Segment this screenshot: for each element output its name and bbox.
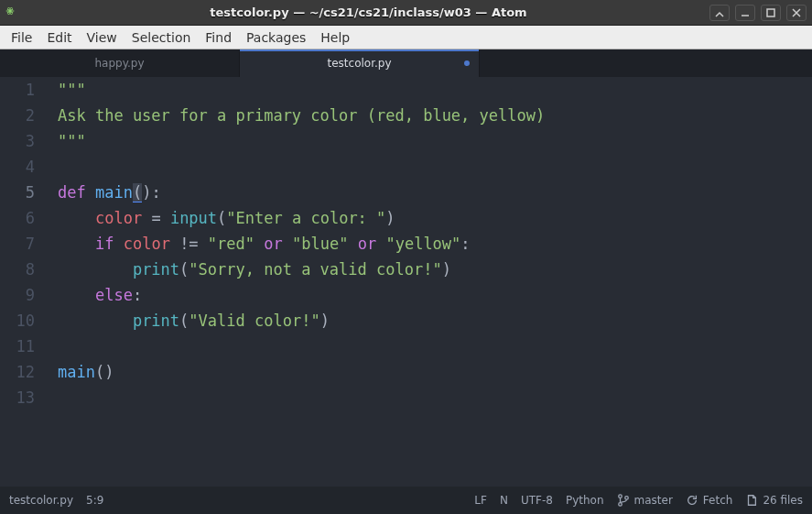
- git-branch-icon: [617, 494, 630, 507]
- token: !=: [179, 235, 198, 253]
- token: else: [95, 286, 133, 304]
- code-area[interactable]: """Ask the user for a primary color (red…: [44, 77, 812, 487]
- token: [58, 235, 95, 253]
- token: [58, 312, 133, 330]
- svg-point-7: [624, 497, 628, 500]
- token: :: [133, 286, 142, 304]
- status-line-ending[interactable]: LF: [474, 494, 487, 507]
- line-number[interactable]: 12: [0, 359, 35, 385]
- menu-item-help[interactable]: Help: [313, 27, 357, 48]
- code-line[interactable]: print("Sorry, not a valid color!"): [58, 257, 812, 282]
- tab-happy-py[interactable]: happy.py: [0, 49, 240, 77]
- token: (: [133, 183, 142, 202]
- line-number[interactable]: 8: [0, 257, 35, 282]
- menu-bar: FileEditViewSelectionFindPackagesHelp: [0, 26, 812, 49]
- window-minimize2-button[interactable]: [735, 5, 755, 21]
- token: "red": [208, 235, 254, 253]
- token: (: [217, 209, 226, 227]
- token: print: [133, 260, 179, 279]
- code-line[interactable]: def main():: [58, 180, 812, 205]
- code-line[interactable]: """: [58, 128, 812, 154]
- code-line[interactable]: print("Valid color!"): [58, 308, 812, 334]
- tab-testcolor-py[interactable]: testcolor.py: [240, 49, 480, 77]
- status-branch-label: master: [634, 494, 673, 507]
- line-number[interactable]: 10: [0, 308, 35, 334]
- line-number[interactable]: 6: [0, 205, 35, 231]
- tab-label: testcolor.py: [327, 57, 391, 70]
- line-number[interactable]: 3: [0, 128, 35, 154]
- menu-item-packages[interactable]: Packages: [239, 27, 313, 48]
- token: ): [442, 260, 451, 279]
- token: [283, 235, 292, 253]
- line-number[interactable]: 4: [0, 154, 35, 180]
- token: def: [58, 183, 95, 202]
- line-number[interactable]: 11: [0, 334, 35, 359]
- token: "Sorry, not a valid color!": [189, 260, 441, 279]
- menu-item-find[interactable]: Find: [198, 27, 239, 48]
- token: Ask the user for a primary color (red, b…: [58, 106, 545, 125]
- token: [254, 235, 264, 253]
- token: (): [95, 363, 114, 381]
- line-number[interactable]: 7: [0, 231, 35, 257]
- status-files-label: 26 files: [763, 494, 803, 507]
- token: print: [133, 312, 179, 330]
- sync-icon: [686, 494, 698, 507]
- token: [142, 209, 151, 227]
- token: color: [124, 235, 170, 253]
- token: [348, 235, 357, 253]
- file-icon: [745, 494, 758, 507]
- status-cursor-pos[interactable]: 5:9: [86, 494, 103, 507]
- code-line[interactable]: [58, 154, 812, 180]
- svg-point-5: [618, 495, 622, 498]
- window-close-button[interactable]: [786, 5, 807, 21]
- code-line[interactable]: [58, 385, 812, 410]
- window-maximize-button[interactable]: [761, 5, 781, 21]
- token: [376, 235, 385, 253]
- line-number[interactable]: 9: [0, 282, 35, 308]
- code-line[interactable]: color = input("Enter a color: "): [58, 205, 812, 231]
- token: [114, 235, 123, 253]
- token: """: [58, 132, 86, 150]
- window-titlebar: testcolor.py — ~/cs21/cs21/inclass/w03 —…: [0, 0, 812, 26]
- token: [58, 260, 133, 279]
- code-line[interactable]: if color != "red" or "blue" or "yellow":: [58, 231, 812, 257]
- token: ): [385, 209, 395, 227]
- code-line[interactable]: [58, 334, 812, 359]
- token: "yellow": [385, 235, 460, 253]
- token: color: [95, 209, 142, 227]
- status-encoding[interactable]: UTF-8: [521, 494, 553, 507]
- menu-item-selection[interactable]: Selection: [125, 27, 199, 48]
- token: "Enter a color: ": [226, 209, 385, 227]
- token: :: [151, 183, 160, 202]
- status-language[interactable]: Python: [566, 494, 604, 507]
- status-git-fetch[interactable]: Fetch: [686, 494, 733, 507]
- menu-item-file[interactable]: File: [4, 27, 39, 48]
- line-number[interactable]: 5: [0, 180, 35, 205]
- status-git-files[interactable]: 26 files: [745, 494, 803, 507]
- code-line[interactable]: """: [58, 77, 812, 103]
- token: """: [58, 81, 86, 99]
- line-number[interactable]: 1: [0, 77, 35, 103]
- window-minimize-button[interactable]: [709, 5, 730, 21]
- token: [58, 286, 95, 304]
- token: "blue": [292, 235, 348, 253]
- atom-app-icon: [5, 5, 22, 21]
- editor[interactable]: 12345678910111213 """Ask the user for a …: [0, 77, 812, 487]
- menu-item-edit[interactable]: Edit: [39, 27, 79, 48]
- token: main: [95, 183, 133, 202]
- token: or: [264, 235, 282, 253]
- code-line[interactable]: else:: [58, 282, 812, 308]
- status-git-branch[interactable]: master: [617, 494, 673, 507]
- status-filename[interactable]: testcolor.py: [9, 494, 73, 507]
- token: (: [179, 260, 189, 279]
- token: ): [142, 183, 151, 202]
- code-line[interactable]: main(): [58, 359, 812, 385]
- code-line[interactable]: Ask the user for a primary color (red, b…: [58, 103, 812, 128]
- token: main: [58, 363, 95, 381]
- line-number[interactable]: 2: [0, 103, 35, 128]
- token: [161, 209, 170, 227]
- menu-item-view[interactable]: View: [80, 27, 125, 48]
- token: =: [151, 209, 160, 227]
- line-number[interactable]: 13: [0, 385, 35, 410]
- status-bar: testcolor.py 5:9 LF N UTF-8 Python maste…: [0, 487, 812, 514]
